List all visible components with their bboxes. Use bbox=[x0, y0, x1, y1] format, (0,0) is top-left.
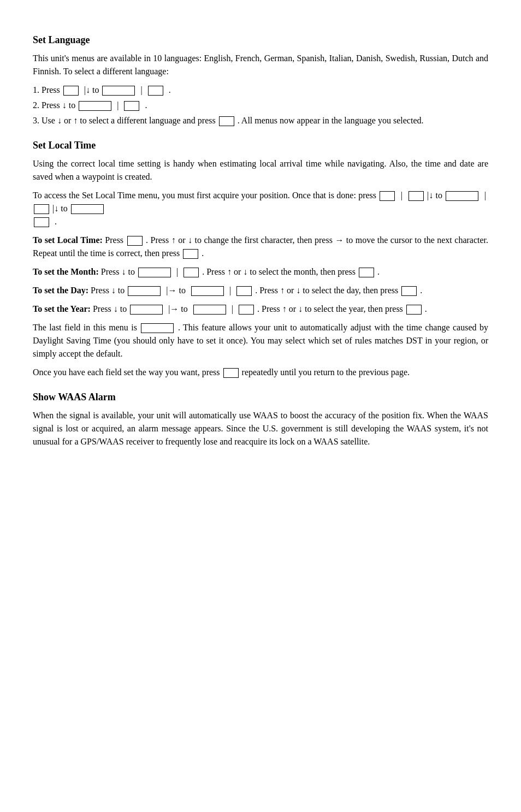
set-time-label: To set Local Time: bbox=[33, 235, 103, 245]
step-1-text: 1. Press |↓ to | . bbox=[33, 85, 171, 94]
pipe-2: | bbox=[138, 85, 144, 94]
set-day-instruction: To set the Day: Press ↓ to |→ to | . Pre… bbox=[33, 284, 488, 297]
key-year2 bbox=[193, 305, 226, 315]
section-title-set-language: Set Language bbox=[33, 33, 488, 48]
section-title-set-local-time: Set Local Time bbox=[33, 138, 488, 153]
set-month-label: To set the Month: bbox=[33, 267, 99, 276]
key-day2 bbox=[191, 286, 224, 296]
set-day-label: To set the Day: bbox=[33, 286, 88, 295]
section-show-waas: Show WAAS Alarm When the signal is avail… bbox=[33, 390, 488, 448]
key-menu2 bbox=[380, 191, 395, 201]
set-year-label: To set the Year: bbox=[33, 304, 91, 313]
pipe-3: | bbox=[115, 100, 121, 110]
key-enter12 bbox=[239, 305, 254, 315]
key-localtime bbox=[71, 204, 104, 214]
section-title-show-waas: Show WAAS Alarm bbox=[33, 390, 488, 405]
key-year bbox=[130, 305, 163, 315]
key-enter10 bbox=[236, 286, 252, 296]
set-local-time-para2: To access the Set Local Time menu, you m… bbox=[33, 189, 488, 228]
set-local-time-instruction: To set Local Time: Press . Press ↑ or ↓ … bbox=[33, 234, 488, 260]
key-enter4 bbox=[34, 204, 49, 214]
key-dst bbox=[141, 323, 174, 333]
key-page bbox=[223, 368, 239, 378]
key-enter13 bbox=[406, 305, 422, 315]
key-setup2 bbox=[446, 191, 478, 201]
step-2: 2. Press ↓ to | . bbox=[33, 99, 488, 112]
step-2-text: 2. Press ↓ to | . bbox=[33, 100, 147, 110]
done-para: Once you have each field set the way you… bbox=[33, 366, 488, 379]
key-day bbox=[128, 286, 161, 296]
key-lang bbox=[148, 86, 163, 96]
key-enter6 bbox=[127, 236, 143, 246]
pipe-1: |↓ to bbox=[82, 85, 99, 94]
section-set-local-time: Set Local Time Using the correct local t… bbox=[33, 138, 488, 379]
dst-para: The last field in this menu is . This fe… bbox=[33, 321, 488, 360]
key-enter9 bbox=[359, 268, 374, 277]
set-local-time-para1: Using the correct local time setting is … bbox=[33, 157, 488, 183]
page-content: Set Language This unit's menus are avail… bbox=[33, 33, 488, 448]
key-enter7 bbox=[183, 249, 198, 259]
key-enter8 bbox=[183, 268, 199, 277]
key-language bbox=[79, 101, 111, 111]
set-month-instruction: To set the Month: Press ↓ to | . Press ↑… bbox=[33, 265, 488, 278]
key-enter3 bbox=[219, 116, 234, 126]
set-year-instruction: To set the Year: Press ↓ to |→ to | . Pr… bbox=[33, 303, 488, 316]
key-enter2 bbox=[124, 101, 139, 111]
set-language-intro: This unit's menus are available in 10 la… bbox=[33, 52, 488, 78]
step-1: 1. Press |↓ to | . bbox=[33, 84, 488, 97]
key-setup bbox=[102, 86, 135, 96]
step-3: 3. Use ↓ or ↑ to select a different lang… bbox=[33, 114, 488, 127]
key-enter11 bbox=[401, 286, 417, 296]
key-menu bbox=[63, 86, 79, 96]
section-set-language: Set Language This unit's menus are avail… bbox=[33, 33, 488, 127]
key-downto2 bbox=[408, 191, 424, 201]
key-enter5 bbox=[34, 217, 49, 227]
waas-para: When the signal is available, your unit … bbox=[33, 409, 488, 448]
key-month bbox=[138, 268, 171, 277]
